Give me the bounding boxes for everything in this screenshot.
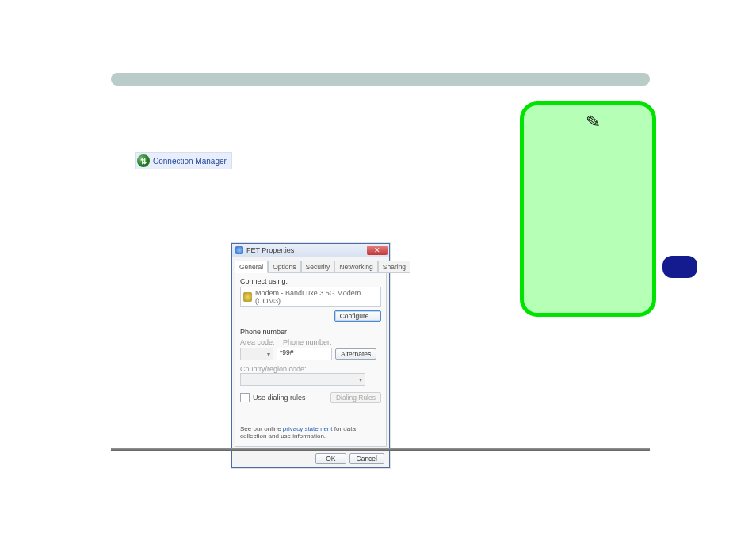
footer-divider bbox=[111, 448, 650, 451]
dialing-rules-button: Dialing Rules bbox=[330, 392, 381, 403]
connection-manager-link[interactable]: ⇅ Connection Manager bbox=[135, 152, 232, 169]
area-code-label: Area code: bbox=[240, 338, 275, 346]
ok-button[interactable]: OK bbox=[315, 453, 346, 464]
privacy-text-a: See our online bbox=[240, 425, 283, 432]
tab-sharing[interactable]: Sharing bbox=[378, 261, 410, 273]
modem-icon bbox=[243, 292, 252, 302]
phone-number-input[interactable]: *99# bbox=[277, 348, 332, 360]
dialog-titlebar-icon bbox=[235, 246, 243, 254]
fet-properties-dialog: FET Properties ✕ General Options Securit… bbox=[231, 243, 390, 468]
alternates-button[interactable]: Alternates bbox=[335, 348, 376, 360]
dialog-footer: OK Cancel bbox=[232, 449, 389, 467]
tab-security[interactable]: Security bbox=[301, 261, 335, 273]
area-code-input[interactable]: ▾ bbox=[240, 348, 273, 360]
dialog-title: FET Properties bbox=[246, 246, 294, 254]
configure-button[interactable]: Configure… bbox=[334, 310, 381, 322]
use-dialing-rules-label: Use dialing rules bbox=[253, 394, 306, 402]
privacy-link[interactable]: privacy statement bbox=[283, 425, 333, 432]
tab-networking[interactable]: Networking bbox=[334, 261, 378, 273]
phone-number-label: Phone number: bbox=[283, 338, 332, 346]
use-dialing-rules-checkbox[interactable] bbox=[240, 393, 250, 402]
modem-name: Modem - BandLuxe 3.5G Modem (COM3) bbox=[255, 289, 378, 305]
country-region-label: Country/region code: bbox=[240, 365, 381, 373]
note-callout: ✎ bbox=[520, 101, 656, 317]
close-button[interactable]: ✕ bbox=[367, 246, 388, 255]
tab-options[interactable]: Options bbox=[268, 261, 300, 273]
country-region-select[interactable]: ▾ bbox=[240, 373, 365, 386]
connection-manager-icon: ⇅ bbox=[137, 154, 150, 167]
connection-manager-label: Connection Manager bbox=[153, 157, 227, 166]
pen-icon: ✎ bbox=[585, 111, 601, 132]
tab-general[interactable]: General bbox=[235, 261, 268, 273]
side-tab-pill bbox=[662, 256, 697, 278]
phone-section-label: Phone number bbox=[240, 328, 381, 336]
cancel-button[interactable]: Cancel bbox=[349, 453, 384, 464]
tab-body-general: Connect using: Modem - BandLuxe 3.5G Mod… bbox=[235, 272, 387, 447]
chevron-down-icon: ▾ bbox=[359, 376, 362, 383]
dialog-tabs: General Options Security Networking Shar… bbox=[235, 260, 387, 272]
chevron-down-icon: ▾ bbox=[267, 351, 270, 358]
header-bar bbox=[111, 73, 650, 86]
modem-select[interactable]: Modem - BandLuxe 3.5G Modem (COM3) bbox=[240, 287, 381, 307]
dialog-titlebar[interactable]: FET Properties ✕ bbox=[232, 244, 389, 257]
connect-using-label: Connect using: bbox=[240, 277, 381, 285]
